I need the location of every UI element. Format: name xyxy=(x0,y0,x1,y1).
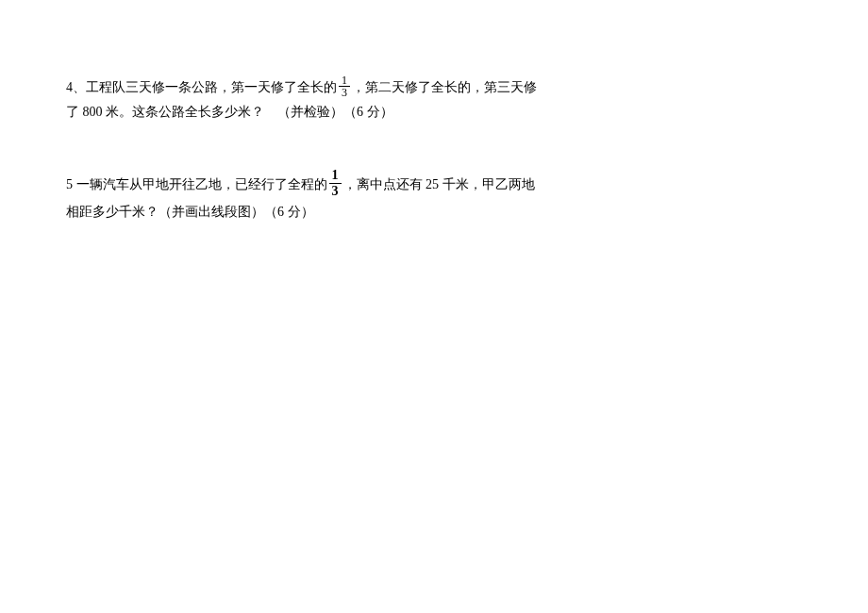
problem-number: 4、 xyxy=(66,80,86,94)
text-segment: ，离中点还有 25 千米，甲乙两地 xyxy=(343,177,535,191)
problem-5-line-2: 相距多少千米？（并画出线段图）（6 分） xyxy=(66,200,557,224)
fraction-denominator: 3 xyxy=(329,184,342,198)
fraction-one-third-bold: 13 xyxy=(329,169,342,198)
problem-5: 5 一辆汽车从甲地开往乙地，已经行了全程的13，离中点还有 25 千米，甲乙两地… xyxy=(66,171,557,224)
text-segment: 工程队三天修一条公路，第一天修了全长的 xyxy=(86,80,337,94)
problem-number: 5 xyxy=(66,177,76,191)
fraction-denominator: 3 xyxy=(339,87,350,98)
problem-4: 4、工程队三天修一条公路，第一天修了全长的13，第二天修了全长的，第三天修 了 … xyxy=(66,75,557,124)
problem-4-line-1: 4、工程队三天修一条公路，第一天修了全长的13，第二天修了全长的，第三天修 xyxy=(66,75,557,100)
fraction-numerator: 1 xyxy=(329,169,342,184)
text-segment: 一辆汽车从甲地开往乙地，已经行了全程的 xyxy=(76,177,327,191)
problem-4-line-2: 了 800 米。这条公路全长多少米？ （并检验）（6 分） xyxy=(66,100,557,124)
text-segment: ，第二天修了全长的，第三天修 xyxy=(352,80,537,94)
fraction-one-third: 13 xyxy=(339,75,350,98)
problem-5-line-1: 5 一辆汽车从甲地开往乙地，已经行了全程的13，离中点还有 25 千米，甲乙两地 xyxy=(66,171,557,200)
